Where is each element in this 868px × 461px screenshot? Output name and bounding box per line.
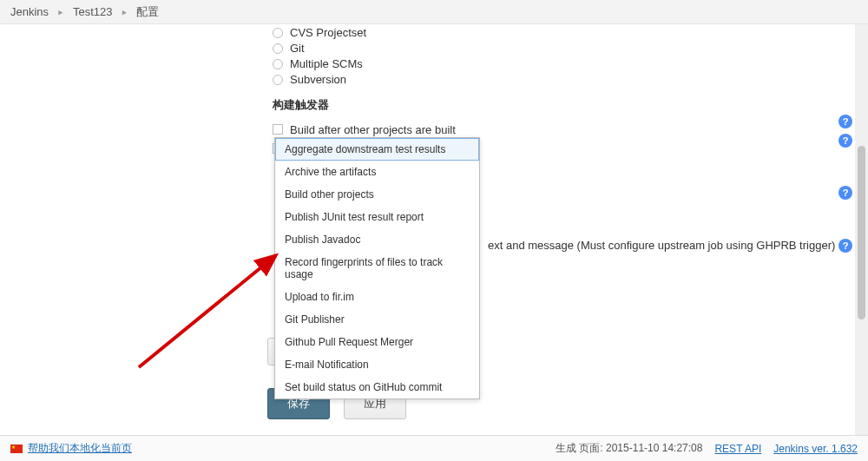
scm-option-subversion[interactable]: Subversion bbox=[273, 72, 852, 87]
help-icon[interactable]: ? bbox=[838, 115, 852, 128]
trigger-build-after-projects[interactable]: Build after other projects are built bbox=[273, 120, 852, 139]
scm-option-cvs-projectset[interactable]: CVS Projectset bbox=[273, 25, 852, 40]
dropdown-item-set-github-status[interactable]: Set build status on GitHub commit bbox=[275, 376, 479, 398]
section-build-triggers: 构建触发器 bbox=[273, 97, 852, 113]
flag-icon bbox=[10, 445, 23, 453]
radio-label: Subversion bbox=[290, 73, 346, 86]
dropdown-item-publish-javadoc[interactable]: Publish Javadoc bbox=[275, 228, 479, 251]
radio-label: Git bbox=[290, 42, 305, 55]
dropdown-item-publish-junit[interactable]: Publish JUnit test result report bbox=[275, 206, 479, 228]
help-icon[interactable]: ? bbox=[838, 239, 852, 253]
main-content: CVS Projectset Git Multiple SCMs Subvers… bbox=[0, 24, 868, 435]
breadcrumb-item-configure[interactable]: 配置 bbox=[136, 4, 159, 20]
breadcrumb-separator: ▸ bbox=[57, 5, 64, 18]
dropdown-item-aggregate-test-results[interactable]: Aggregate downstream test results bbox=[275, 138, 479, 161]
breadcrumb-item-jenkins[interactable]: Jenkins bbox=[10, 5, 49, 18]
radio-label: CVS Projectset bbox=[290, 26, 366, 39]
help-icon[interactable]: ? bbox=[838, 186, 852, 200]
scrollbar[interactable] bbox=[855, 24, 868, 435]
help-icon[interactable]: ? bbox=[838, 134, 852, 148]
breadcrumb-separator: ▸ bbox=[121, 5, 128, 18]
dropdown-item-upload-to-firim[interactable]: Upload to fir.im bbox=[275, 286, 479, 308]
trigger-label: Build after other projects are built bbox=[290, 123, 456, 136]
scm-option-multiple-scms[interactable]: Multiple SCMs bbox=[273, 56, 852, 71]
breadcrumb-item-job[interactable]: Test123 bbox=[73, 5, 113, 18]
jenkins-version-link[interactable]: Jenkins ver. 1.632 bbox=[773, 443, 858, 455]
dropdown-item-git-publisher[interactable]: Git Publisher bbox=[275, 308, 479, 331]
dropdown-item-build-other-projects[interactable]: Build other projects bbox=[275, 183, 479, 206]
svg-line-0 bbox=[139, 255, 276, 367]
radio-label: Multiple SCMs bbox=[290, 57, 363, 70]
rest-api-link[interactable]: REST API bbox=[714, 443, 761, 455]
scm-options: CVS Projectset Git Multiple SCMs Subvers… bbox=[273, 25, 852, 87]
dropdown-item-github-pr-merger[interactable]: Github Pull Request Merger bbox=[275, 331, 479, 353]
dropdown-item-record-fingerprints[interactable]: Record fingerprints of files to track us… bbox=[275, 251, 479, 286]
footer: 帮助我们本地化当前页 生成 页面: 2015-11-10 14:27:08 RE… bbox=[0, 435, 868, 461]
page-generated-label: 生成 页面: 2015-11-10 14:27:08 bbox=[556, 441, 702, 456]
scrollbar-thumb[interactable] bbox=[858, 146, 865, 319]
breadcrumb: Jenkins ▸ Test123 ▸ 配置 bbox=[0, 0, 868, 24]
dropdown-item-email-notification[interactable]: E-mail Notification bbox=[275, 353, 479, 376]
radio-icon bbox=[273, 75, 283, 85]
localization-link[interactable]: 帮助我们本地化当前页 bbox=[28, 441, 132, 456]
radio-icon bbox=[273, 43, 283, 54]
post-build-dropdown: Aggregate downstream test results Archiv… bbox=[274, 137, 480, 399]
radio-icon bbox=[273, 59, 283, 69]
checkbox-icon bbox=[273, 124, 283, 135]
scm-option-git[interactable]: Git bbox=[273, 41, 852, 56]
annotation-arrow bbox=[9, 146, 312, 372]
radio-icon bbox=[273, 28, 283, 38]
dropdown-item-archive-artifacts[interactable]: Archive the artifacts bbox=[275, 161, 479, 183]
